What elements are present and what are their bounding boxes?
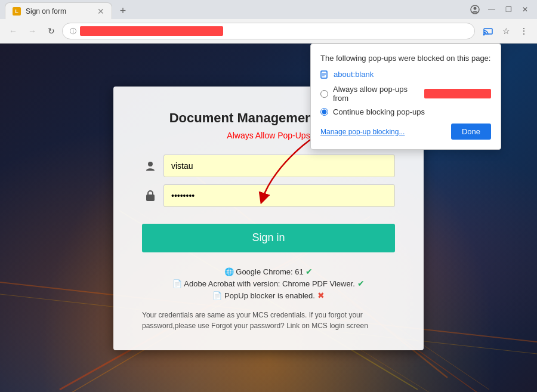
document-icon bbox=[320, 70, 329, 79]
popup-header-text: The following pop-ups were blocked on th… bbox=[320, 54, 491, 63]
title-bar: L Sign on form ✕ + — ❐ ✕ bbox=[0, 0, 537, 19]
minimize-button[interactable]: — bbox=[484, 2, 499, 17]
lock-icon bbox=[142, 187, 159, 204]
back-button[interactable]: ← bbox=[5, 23, 21, 39]
acrobat-status: 📄 Adobe Acrobat with version: Chrome PDF… bbox=[142, 279, 395, 288]
tab-close-button[interactable]: ✕ bbox=[97, 7, 104, 16]
popup-status: 📄 PopUp blocker is enabled. ✖ bbox=[142, 291, 395, 300]
user-icon bbox=[142, 158, 159, 174]
tab-area: L Sign on form ✕ + bbox=[5, 0, 131, 19]
username-input[interactable] bbox=[163, 155, 395, 177]
status-section: 🌐 Google Chrome: 61 ✔ 📄 Adobe Acrobat wi… bbox=[142, 267, 395, 300]
footer-text: Your credentials are same as your MCS cr… bbox=[142, 310, 395, 331]
security-icon: ⓘ bbox=[70, 27, 76, 36]
active-tab[interactable]: L Sign on form ✕ bbox=[5, 2, 112, 19]
close-button[interactable]: ✕ bbox=[518, 2, 532, 17]
tab-favicon: L bbox=[13, 7, 21, 16]
new-tab-button[interactable]: + bbox=[115, 2, 131, 19]
block-label: Continue blocking pop-ups bbox=[333, 107, 425, 116]
block-radio[interactable] bbox=[320, 108, 328, 116]
page-content: Document Management System Always Allow … bbox=[0, 44, 537, 392]
url-text bbox=[80, 26, 223, 36]
block-option[interactable]: Continue blocking pop-ups bbox=[320, 107, 491, 116]
toolbar-icons: ☆ ⋮ bbox=[480, 23, 532, 39]
cast-icon[interactable] bbox=[480, 23, 496, 39]
allow-label: Always allow pop-ups from bbox=[333, 85, 419, 103]
manage-popup-link[interactable]: Manage pop-up blocking... bbox=[320, 128, 405, 136]
profile-icon[interactable] bbox=[468, 2, 482, 17]
maximize-button[interactable]: ❐ bbox=[501, 2, 516, 17]
password-input[interactable] bbox=[163, 184, 395, 207]
forward-button[interactable]: → bbox=[24, 23, 41, 39]
password-row bbox=[142, 184, 395, 207]
menu-icon[interactable]: ⋮ bbox=[516, 23, 532, 39]
svg-rect-14 bbox=[146, 195, 155, 201]
svg-point-1 bbox=[474, 7, 477, 10]
blocked-url-item[interactable]: about:blank bbox=[320, 70, 491, 79]
popup-footer: Manage pop-up blocking... Done bbox=[320, 124, 491, 140]
tab-title: Sign on form bbox=[26, 7, 66, 16]
domain-redacted bbox=[424, 89, 491, 98]
nav-bar: ← → ↻ ⓘ ☆ ⋮ bbox=[0, 19, 537, 43]
allow-option[interactable]: Always allow pop-ups from bbox=[320, 85, 491, 103]
svg-point-13 bbox=[148, 162, 153, 166]
username-row bbox=[142, 155, 395, 177]
window-controls: — ❐ ✕ bbox=[468, 2, 532, 17]
address-bar[interactable]: ⓘ bbox=[62, 23, 475, 39]
refresh-button[interactable]: ↻ bbox=[43, 23, 60, 39]
popup-notification: The following pop-ups were blocked on th… bbox=[310, 44, 501, 150]
browser-chrome: L Sign on form ✕ + — ❐ ✕ ← → ↻ ⓘ bbox=[0, 0, 537, 44]
done-button[interactable]: Done bbox=[451, 124, 491, 140]
chrome-status: 🌐 Google Chrome: 61 ✔ bbox=[142, 267, 395, 276]
signin-button[interactable]: Sign in bbox=[142, 224, 395, 252]
bookmark-icon[interactable]: ☆ bbox=[498, 23, 514, 39]
allow-radio[interactable] bbox=[320, 90, 328, 98]
